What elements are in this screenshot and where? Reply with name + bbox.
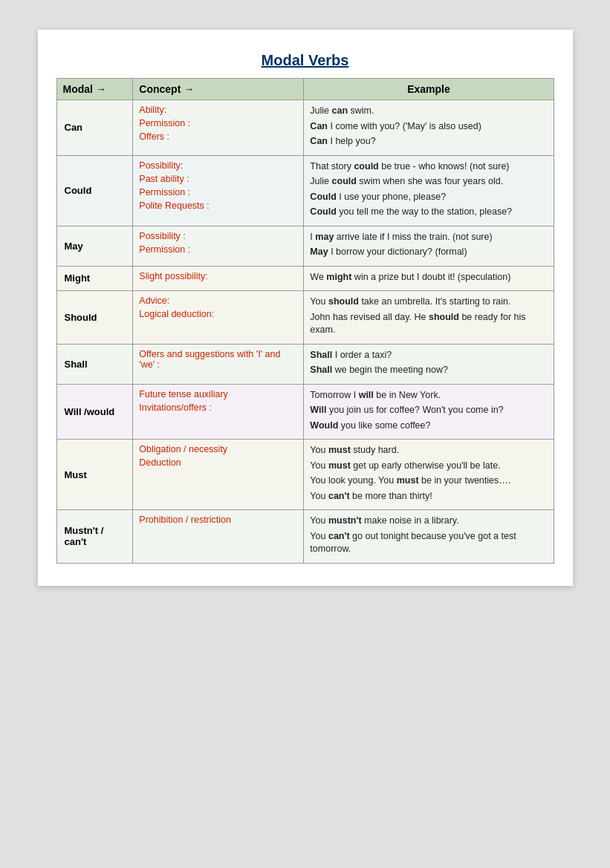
example-item: Could I use your phone, please? (310, 191, 547, 204)
example-cell: You should take an umbrella. It's starti… (304, 291, 554, 345)
example-item: You must study hard. (310, 444, 547, 457)
table-row: MayPossibility :Permission :I may arrive… (56, 226, 554, 266)
page: Modal Verbs Modal → Concept → Example Ca… (38, 30, 573, 586)
concept-item: Offers : (139, 131, 297, 142)
table-row: ShallOffers and suggestions with 'I' and… (56, 344, 554, 384)
modal-cell: May (56, 226, 133, 266)
example-item: You can't be more than thirty! (310, 490, 547, 503)
concept-cell: Possibility:Past ability :Permission :Po… (133, 155, 304, 226)
example-item: You should take an umbrella. It's starti… (310, 296, 547, 309)
concept-item: Slight possibility: (139, 271, 297, 281)
modal-verbs-table: Modal → Concept → Example CanAbility:Per… (56, 78, 554, 564)
concept-cell: Possibility :Permission : (133, 226, 304, 266)
modal-cell: Shall (56, 344, 133, 384)
concept-item: Ability: (139, 105, 297, 115)
example-item: We might win a prize but I doubt it! (sp… (310, 271, 547, 284)
example-item: That story could be true - who knows! (n… (310, 160, 547, 174)
header-concept-arrow: → (184, 83, 194, 95)
modal-cell: Could (56, 155, 133, 226)
concept-cell: Offers and suggestions with 'I' and 'we'… (133, 344, 304, 384)
header-modal: Modal → (56, 79, 133, 100)
concept-cell: Prohibition / restriction (133, 510, 304, 564)
example-cell: Shall I order a taxi?Shall we begin the … (304, 344, 554, 384)
example-cell: We might win a prize but I doubt it! (sp… (304, 266, 554, 291)
example-cell: You must study hard.You must get up earl… (304, 440, 554, 510)
example-item: Would you like some coffee? (310, 420, 547, 433)
example-cell: Tomorrow I will be in New York.Will you … (304, 384, 554, 440)
concept-item: Offers and suggestions with 'I' and 'we'… (139, 349, 297, 370)
example-cell: That story could be true - who knows! (n… (304, 155, 554, 226)
table-row: MightSlight possibility:We might win a p… (56, 266, 554, 291)
concept-item: Obligation / necessity (139, 444, 297, 454)
example-item: Julie can swim. (310, 105, 547, 118)
example-item: May I borrow your dictionary? (formal) (310, 246, 547, 259)
concept-item: Logical deduction: (139, 309, 297, 319)
concept-item: Possibility: (139, 160, 297, 171)
example-item: Can I help you? (310, 135, 547, 149)
example-item: You mustn't make noise in a library. (310, 515, 547, 528)
header-concept: Concept → (133, 79, 304, 100)
table-row: MustObligation / necessityDeductionYou m… (56, 440, 554, 510)
example-item: I may arrive late if I miss the train. (… (310, 231, 547, 244)
modal-cell: Mustn't / can't (56, 510, 133, 564)
example-item: Will you join us for coffee? Won't you c… (310, 404, 547, 417)
example-item: You must get up early otherwise you'll b… (310, 460, 547, 473)
concept-item: Deduction (139, 457, 297, 468)
concept-item: Polite Requests : (139, 200, 297, 211)
table-header: Modal → Concept → Example (56, 79, 554, 100)
concept-item: Permission : (139, 187, 297, 198)
table-row: CanAbility:Permission :Offers :Julie can… (56, 100, 554, 156)
concept-cell: Obligation / necessityDeduction (133, 440, 304, 510)
concept-cell: Future tense auxiliaryInvitations/offers… (133, 384, 304, 440)
concept-cell: Slight possibility: (133, 266, 304, 291)
example-cell: Julie can swim.Can I come with you? ('Ma… (304, 100, 554, 156)
table-row: CouldPossibility:Past ability :Permissio… (56, 155, 554, 226)
concept-item: Future tense auxiliary (139, 389, 297, 399)
table-row: Mustn't / can'tProhibition / restriction… (56, 510, 554, 564)
example-item: You can't go out tonight because you've … (310, 530, 547, 556)
modal-cell: Must (56, 440, 133, 510)
header-example: Example (304, 79, 554, 100)
modal-cell: Can (56, 100, 133, 156)
concept-item: Advice: (139, 296, 297, 306)
page-title: Modal Verbs (56, 45, 554, 78)
example-item: Could you tell me the way to the station… (310, 206, 547, 219)
example-cell: I may arrive late if I miss the train. (… (304, 226, 554, 266)
concept-item: Possibility : (139, 231, 297, 241)
example-item: Can I come with you? ('May' is also used… (310, 120, 547, 134)
modal-cell: Might (56, 266, 133, 291)
concept-item: Prohibition / restriction (139, 515, 297, 525)
table-row: Will /wouldFuture tense auxiliaryInvitat… (56, 384, 554, 440)
concept-item: Invitations/offers : (139, 402, 297, 413)
example-item: Shall we begin the meeting now? (310, 364, 547, 377)
table-row: ShouldAdvice:Logical deduction:You shoul… (56, 291, 554, 345)
example-cell: You mustn't make noise in a library.You … (304, 510, 554, 564)
modal-cell: Should (56, 291, 133, 345)
header-modal-arrow: → (96, 83, 106, 95)
example-item: Julie could swim when she was four years… (310, 175, 547, 189)
concept-item: Permission : (139, 118, 297, 128)
modal-cell: Will /would (56, 384, 133, 440)
example-item: John has revised all day. He should be r… (310, 311, 547, 337)
example-item: Shall I order a taxi? (310, 349, 547, 362)
example-item: Tomorrow I will be in New York. (310, 389, 547, 402)
example-item: You look young. You must be in your twen… (310, 474, 547, 488)
concept-cell: Ability:Permission :Offers : (133, 100, 304, 156)
concept-cell: Advice:Logical deduction: (133, 291, 304, 345)
concept-item: Past ability : (139, 174, 297, 184)
concept-item: Permission : (139, 244, 297, 255)
